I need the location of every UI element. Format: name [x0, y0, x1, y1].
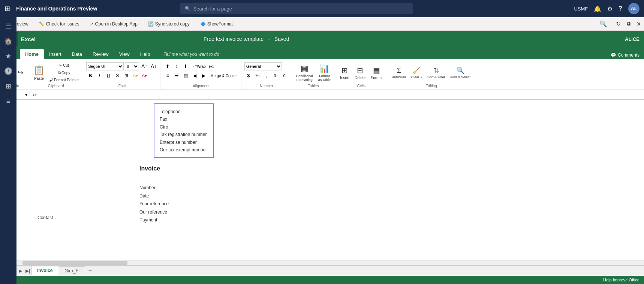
delete-cells-btn[interactable]: ⊟ Delete	[353, 63, 367, 82]
conditional-format-btn[interactable]: ▦ ConditionalFormatting	[294, 63, 315, 83]
main-content: 📄 Preview ✏️ Check for issues ↗ Open in …	[0, 17, 644, 284]
user-avatar[interactable]: AL	[628, 3, 640, 14]
font-grow-btn[interactable]: A↑	[140, 62, 148, 70]
bold-btn[interactable]: B	[86, 72, 94, 80]
align-top-btn[interactable]: ⬆	[163, 62, 172, 70]
sheet-tab-invoice[interactable]: Invoice	[31, 266, 58, 275]
align-left-btn[interactable]: ≡	[163, 72, 172, 80]
cell-ref-dropdown[interactable]: ▾	[25, 92, 27, 97]
horizontal-scrollbar[interactable]	[0, 260, 644, 265]
close-btn[interactable]: ✕	[637, 21, 641, 27]
font-name-select[interactable]: Segoe UI	[86, 62, 124, 70]
italic-btn[interactable]: I	[95, 72, 103, 80]
sidebar-star-icon[interactable]: ★	[1, 49, 15, 63]
autosum-btn[interactable]: Σ AutoSum	[390, 63, 408, 82]
editing-group-content: Σ AutoSum 🧹 Clear ~ ⇅ Sort & Filter �	[390, 61, 472, 83]
tab-view[interactable]: View	[114, 49, 135, 59]
open-desktop-btn[interactable]: ↗ Open in Desktop App	[87, 20, 139, 28]
check-issues-btn[interactable]: ✏️ Check for issues	[37, 20, 82, 28]
search-bar[interactable]: 🔍 Search for a page	[180, 3, 413, 14]
ribbon-group-tables: ▦ ConditionalFormatting 📊 Formatas Table…	[292, 61, 335, 90]
waffle-icon[interactable]: ⊞	[4, 4, 10, 13]
sheet-tab-giro[interactable]: Giro_FI	[59, 266, 85, 275]
dollar-btn[interactable]: $	[244, 72, 253, 80]
border-btn[interactable]: ⊞	[122, 72, 130, 80]
align-right-btn[interactable]: ▤	[181, 72, 190, 80]
sync-copy-btn[interactable]: 🔄 Sync stored copy	[146, 20, 192, 28]
toolbar-search-icon[interactable]: 🔍	[599, 20, 607, 27]
refresh-btn[interactable]: ↻	[616, 20, 621, 27]
add-sheet-btn[interactable]: +	[86, 267, 94, 275]
find-select-btn[interactable]: 🔍 Find & Select	[449, 63, 473, 82]
doc-toolbar: 📄 Preview ✏️ Check for issues ↗ Open in …	[0, 17, 644, 31]
align-bottom-btn[interactable]: ⬇	[181, 62, 190, 70]
format-painter-icon: 🖌	[49, 78, 53, 82]
percent-btn[interactable]: %	[253, 72, 262, 80]
help-icon[interactable]: ?	[619, 5, 622, 12]
tab-insert[interactable]: Insert	[44, 49, 67, 59]
cut-btn[interactable]: ✂ Cut	[48, 62, 81, 69]
sidebar-home-icon[interactable]: 🏠	[1, 34, 15, 48]
help-improve-text[interactable]: Help Improve Office	[603, 278, 640, 282]
copy-btn[interactable]: ⧉ Copy	[48, 69, 81, 76]
comments-btn[interactable]: 💬 Comments	[608, 51, 643, 59]
format-painter-btn[interactable]: 🖌 Format Painter	[48, 77, 81, 83]
tab-tell-me[interactable]: Tell me what you want to do	[158, 49, 224, 59]
underline-btn[interactable]: U	[104, 72, 112, 80]
invoice-contact-box: Telephone Fax Giro Tax registration numb…	[154, 103, 214, 158]
redo-btn[interactable]: ↪	[15, 67, 25, 78]
clipboard-secondary: ✂ Cut ⧉ Copy 🖌 Format Painter	[48, 62, 81, 83]
format-cells-btn[interactable]: ▦ Format	[369, 63, 385, 82]
merge-center-btn[interactable]: Merge & Center	[208, 72, 239, 80]
delete-label: Delete	[355, 76, 365, 80]
fill-color-btn[interactable]: A▾	[131, 72, 139, 80]
cells-group-content: ⊞ Insert ⊟ Delete ▦ Format	[338, 61, 385, 83]
invoice-details: Number Date Your reference Our reference…	[139, 184, 169, 224]
paste-btn[interactable]: 📋 Paste	[31, 62, 47, 83]
indent-decrease-btn[interactable]: ◀	[190, 72, 199, 80]
bell-icon[interactable]: 🔔	[594, 5, 601, 12]
sheet-content: Telephone Fax Giro Tax registration numb…	[0, 100, 644, 260]
tab-help[interactable]: Help	[135, 49, 156, 59]
wrap-text-btn[interactable]: ⮐ Wrap Text	[190, 62, 216, 70]
h-scroll-thumb[interactable]	[22, 261, 127, 265]
font-shrink-btn[interactable]: A↓	[150, 62, 158, 70]
tab-review[interactable]: Review	[87, 49, 114, 59]
align-center-btn[interactable]: ☰	[172, 72, 181, 80]
font-color-btn[interactable]: A▾	[140, 72, 148, 80]
comma-btn[interactable]: ,	[262, 72, 271, 80]
sidebar-grid-icon[interactable]: ⊞	[1, 79, 15, 93]
invoice-line-telephone: Telephone	[160, 108, 208, 115]
sheet-nav-last[interactable]: ▶|	[24, 267, 31, 275]
font-size-select[interactable]: 8	[125, 62, 139, 70]
tab-data[interactable]: Data	[67, 49, 87, 59]
ribbon-group-cells: ⊞ Insert ⊟ Delete ▦ Format Cells	[336, 61, 387, 90]
format-as-table-btn[interactable]: 📊 Formatas Table	[316, 63, 332, 83]
number-format-select[interactable]: General	[244, 62, 282, 70]
decimal-decrease-btn[interactable]: .0-	[280, 72, 289, 80]
clipboard-label: Clipboard	[48, 83, 64, 90]
invoice-line-tax-exempt: Our tax exempt number	[160, 146, 208, 154]
sidebar-menu-icon[interactable]: ☰	[1, 19, 15, 33]
show-format-btn[interactable]: 🔷 ShowFormat	[198, 20, 235, 28]
maximize-btn[interactable]: ⧉	[627, 21, 631, 27]
top-right-icons: USMF 🔔 ⚙ ? AL	[574, 3, 640, 14]
sheet-nav-next[interactable]: ▶	[16, 267, 24, 275]
insert-cells-btn[interactable]: ⊞ Insert	[338, 63, 351, 82]
tab-home[interactable]: Home	[20, 49, 44, 59]
clear-btn[interactable]: 🧹 Clear ~	[409, 63, 424, 82]
conditional-format-label: ConditionalFormatting	[296, 74, 313, 82]
sync-label: Sync stored copy	[155, 21, 190, 27]
decimal-increase-btn[interactable]: .0+	[271, 72, 280, 80]
align-middle-btn[interactable]: ↕	[172, 62, 181, 70]
formula-input[interactable]	[40, 92, 644, 97]
settings-icon[interactable]: ⚙	[607, 5, 613, 12]
excel-container: X Excel Free text invoice template - Sav…	[0, 31, 644, 284]
sort-filter-btn[interactable]: ⇅ Sort & Filter	[425, 63, 447, 82]
sidebar-clock-icon[interactable]: 🕐	[1, 64, 15, 78]
strikethrough-btn[interactable]: S	[113, 72, 121, 80]
sidebar-list-icon[interactable]: ≡	[1, 94, 15, 108]
ribbon-tabs: File Home Insert Data Review View Help T…	[0, 47, 644, 59]
indent-increase-btn[interactable]: ▶	[199, 72, 208, 80]
file-name: Free text invoice template	[204, 36, 264, 42]
